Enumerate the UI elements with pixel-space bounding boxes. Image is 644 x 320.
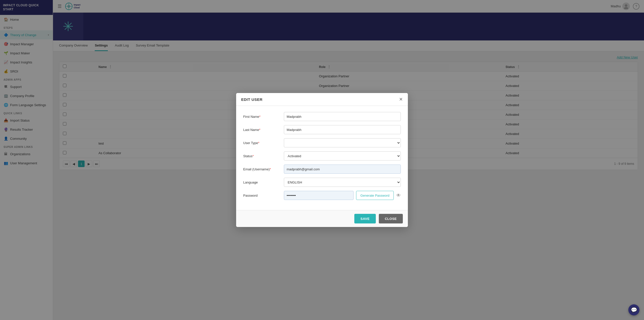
user-type-row: User Type* Admin User Viewer [243, 138, 401, 147]
modal-footer: SAVE CLOSE [236, 210, 408, 227]
first-name-input[interactable] [284, 112, 401, 121]
password-controls: Generate Password 👁 [284, 191, 401, 200]
modal-body: First Name* Last Name* User Type* Admin [236, 106, 408, 210]
modal-x-button[interactable]: ✕ [399, 97, 403, 102]
password-input[interactable] [284, 191, 354, 200]
password-label: Password [243, 194, 280, 197]
email-input[interactable] [284, 165, 401, 174]
generate-password-button[interactable]: Generate Password [356, 191, 394, 200]
status-label: Status* [243, 154, 280, 158]
language-row: Language ENGLISH SPANISH FRENCH [243, 178, 401, 187]
password-row: Password Generate Password 👁 [243, 191, 401, 200]
first-name-label: First Name* [243, 115, 280, 119]
edit-user-modal: EDIT USER ✕ First Name* Last Name* [236, 93, 408, 227]
toggle-password-icon[interactable]: 👁 [396, 193, 401, 198]
email-label: Email (Username)* [243, 167, 280, 171]
modal-overlay[interactable]: EDIT USER ✕ First Name* Last Name* [0, 0, 644, 320]
last-name-row: Last Name* [243, 125, 401, 134]
last-name-label: Last Name* [243, 128, 280, 132]
user-type-select[interactable]: Admin User Viewer [284, 138, 401, 147]
last-name-input[interactable] [284, 125, 401, 134]
status-row: Status* Activated Deactivated [243, 151, 401, 161]
save-button[interactable]: SAVE [354, 214, 376, 223]
close-button[interactable]: CLOSE [379, 214, 403, 223]
status-select[interactable]: Activated Deactivated [284, 151, 401, 161]
language-select[interactable]: ENGLISH SPANISH FRENCH [284, 178, 401, 187]
user-type-label: User Type* [243, 141, 280, 145]
modal-title: EDIT USER [241, 97, 263, 102]
chat-bubble-button[interactable]: 💬 [628, 304, 639, 315]
language-label: Language [243, 180, 280, 184]
modal-header: EDIT USER ✕ [236, 93, 408, 106]
first-name-row: First Name* [243, 112, 401, 121]
email-row: Email (Username)* [243, 165, 401, 174]
